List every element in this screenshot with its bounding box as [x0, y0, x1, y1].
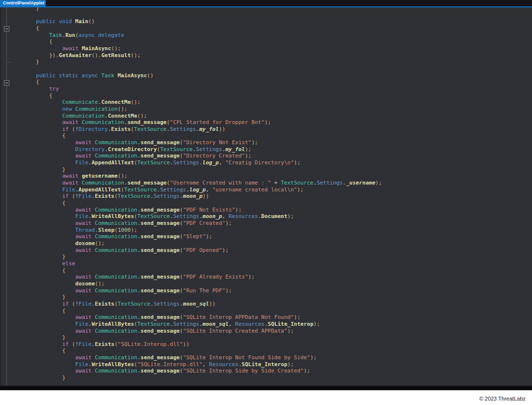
code-line: await Communication.send_message("Slept"…	[1, 233, 532, 240]
code-line: await Communication.send_message("SQLite…	[1, 328, 532, 335]
code-editor[interactable]: } public void Main(){Task.Run(async dele…	[0, 7, 532, 386]
code-line: await Communication.send_message("Userna…	[1, 180, 532, 187]
code-line: {	[1, 267, 532, 274]
code-line: {	[1, 38, 532, 45]
code-line: }	[1, 334, 532, 341]
fold-marker-mainasync[interactable]	[4, 80, 9, 86]
tab-label: ControlPanelApplet	[3, 0, 44, 5]
code-line: dosome();	[1, 240, 532, 247]
code-line: }	[1, 59, 532, 65]
code-line: await Communication.send_message("SQLite…	[1, 314, 532, 321]
code-line: {	[1, 93, 532, 99]
tab-bar: ControlPanelApplet	[0, 0, 532, 7]
minus-icon	[5, 29, 8, 29]
code-line: }	[1, 294, 532, 301]
code-line: if (!File.Exists(TextSource.Settings.moo…	[1, 193, 532, 200]
code-line: File.AppendAllText(TextSource.Settings.l…	[1, 187, 532, 193]
code-line: {	[1, 347, 532, 354]
code-line: }	[1, 7, 532, 12]
code-line: }	[1, 253, 532, 260]
code-line: else	[1, 260, 532, 267]
code-line: await Communication.send_message("PDF Op…	[1, 247, 532, 254]
code-line: File.WriteAllBytes("SQLite.Interop.dll",…	[1, 361, 532, 368]
code-line: await Communication.send_message("Direct…	[1, 139, 532, 146]
code-line: Task.Run(async delegate	[1, 32, 532, 39]
code-line: if (!Directory.Exists(TextSource.Setting…	[1, 126, 532, 133]
code-line: {	[1, 132, 532, 139]
code-line: await Communication.send_message("Run Th…	[1, 287, 532, 294]
code-lines: } public void Main(){Task.Run(async dele…	[1, 7, 532, 381]
code-line: dosome();	[1, 280, 532, 287]
code-line: await getusername();	[1, 173, 532, 180]
minus-icon	[5, 83, 8, 83]
code-line	[1, 65, 532, 72]
code-line: Directory.CreateDirectory(TextSource.Set…	[1, 146, 532, 153]
code-line: {	[1, 79, 532, 86]
code-line: await Communication.send_message("CPL St…	[1, 119, 532, 126]
code-line: await Communication.send_message("PDF Al…	[1, 274, 532, 280]
code-line: {	[1, 308, 532, 314]
decompiler-window: ControlPanelApplet } public void Main(){…	[0, 0, 532, 405]
code-line: public static async Task MainAsync()	[1, 72, 532, 79]
code-line: Communication.ConnectMe();	[1, 113, 532, 120]
footer: © 2023 ThreatLabz	[0, 390, 532, 405]
code-line: await Communication.send_message("Direct…	[1, 153, 532, 159]
code-line: await Communication.send_message("PDF No…	[1, 207, 532, 214]
code-line: }	[1, 374, 532, 381]
code-line: File.WriteAllBytes(TextSource.Settings.m…	[1, 213, 532, 220]
code-line: await MainAsync();	[1, 45, 532, 52]
code-line: {	[1, 25, 532, 32]
code-line: await Communication.send_message("SQLite…	[1, 368, 532, 374]
code-line: {	[1, 200, 532, 207]
tab-controlpanelapplet[interactable]: ControlPanelApplet	[0, 0, 46, 6]
code-line: public void Main()	[1, 18, 532, 25]
code-line: if (!File.Exists("SQLite.Interop.dll"))	[1, 341, 532, 348]
code-line: }	[1, 166, 532, 173]
code-line: Communicate.ConnectMe();	[1, 99, 532, 106]
code-line: File.AppendAllText(TextSource.Settings.l…	[1, 159, 532, 166]
copyright-text: © 2023 ThreatLabz	[479, 396, 526, 402]
code-line	[1, 12, 532, 19]
code-line: await Communication.send_message("SQLite…	[1, 354, 532, 361]
code-line: new Communication();	[1, 106, 532, 113]
code-line: }).GetAwaiter().GetResult();	[1, 52, 532, 59]
code-line: try	[1, 86, 532, 93]
code-line: Thread.Sleep(1000);	[1, 227, 532, 234]
fold-marker-main[interactable]	[4, 26, 9, 31]
code-line: if (!File.Exists(TextSource.Settings.moo…	[1, 301, 532, 308]
code-line: await Communication.send_message("PDF Cr…	[1, 220, 532, 227]
code-line: File.WriteAllBytes(TextSource.Settings.m…	[1, 321, 532, 328]
bottom-strip	[0, 386, 532, 390]
